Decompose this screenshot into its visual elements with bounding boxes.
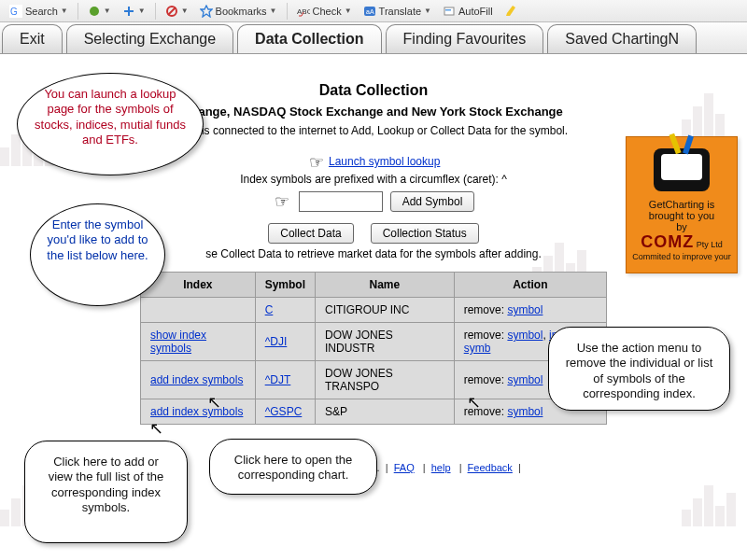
footer-feedback-link[interactable]: Feedback <box>468 462 513 473</box>
bubble-action: Use the action menu to remove the indivi… <box>548 327 730 411</box>
svg-text:G: G <box>10 7 18 17</box>
promo-brand-suffix: Pty Ltd <box>694 240 723 249</box>
launch-symbol-lookup-link[interactable]: Launch symbol lookup <box>329 155 440 168</box>
promo-line: by <box>630 221 733 232</box>
index-link[interactable]: add index symbols <box>150 405 243 418</box>
toolbar-check[interactable]: ABCCheck▼ <box>293 4 356 19</box>
index-link[interactable]: show index symbols <box>150 329 206 355</box>
tab-selecting-exchange[interactable]: Selecting Exchange <box>66 24 233 53</box>
toolbar-autofill[interactable]: AutoFill <box>439 4 497 19</box>
prefix-note: Index symbols are prefixed with a circum… <box>22 173 725 186</box>
promo-line: GetCharting is <box>630 199 733 210</box>
toolbar-share[interactable]: ▼ <box>84 4 115 19</box>
symbol-name: DOW JONES INDUSTR <box>316 323 455 361</box>
symbol-link[interactable]: ^DJT <box>265 373 291 386</box>
hand-icon: ☞ <box>275 191 289 212</box>
svg-text:ABC: ABC <box>297 7 310 16</box>
table-row: C CITIGROUP INC remove: symbol <box>141 298 607 323</box>
promo-line: brought to you <box>630 210 733 221</box>
google-icon: G <box>9 5 22 18</box>
toolbar-add[interactable]: ▼ <box>119 4 149 19</box>
promo-brand: COMZ <box>641 232 694 251</box>
toolbar-bookmarks-label: Bookmarks <box>216 6 267 17</box>
star-icon <box>200 5 213 18</box>
symbol-input[interactable] <box>299 191 383 212</box>
tab-exit[interactable]: Exit <box>2 24 63 53</box>
translate-icon: aA <box>363 5 376 18</box>
remove-symbol-link[interactable]: symbol <box>507 405 543 418</box>
remove-symbol-link[interactable]: symbol <box>507 329 543 342</box>
action-cell: remove: symbol <box>454 298 606 323</box>
table-row: show index symbols ^DJI DOW JONES INDUST… <box>141 323 607 361</box>
svg-rect-10 <box>445 9 451 11</box>
table-row: add index symbols ^GSPC S&P remove: symb… <box>141 399 607 425</box>
symbol-link[interactable]: ^GSPC <box>265 405 303 418</box>
col-action: Action <box>454 273 606 298</box>
svg-marker-5 <box>201 6 212 17</box>
footer-help-link[interactable]: help <box>431 462 451 473</box>
symbol-name: CITIGROUP INC <box>316 298 455 323</box>
symbol-name: DOW JONES TRANSPO <box>316 361 455 399</box>
svg-text:aA: aA <box>366 8 374 15</box>
highlighter-icon <box>504 5 517 18</box>
toolbar-search-label: Search <box>25 6 58 17</box>
collection-status-button[interactable]: Collection Status <box>371 223 479 244</box>
table-row: add index symbols ^DJT DOW JONES TRANSPO… <box>141 361 607 399</box>
svg-marker-11 <box>506 6 515 16</box>
share-icon <box>88 5 101 18</box>
toolbar-search[interactable]: G Search ▼ <box>6 4 72 19</box>
bubble-add-view: Click here to add or view the full list … <box>24 441 188 543</box>
index-link[interactable]: add index symbols <box>150 373 243 386</box>
plus-icon <box>122 5 135 18</box>
promo-tag: Commited to improve your <box>630 252 733 261</box>
svg-line-4 <box>168 7 176 15</box>
collect-data-button[interactable]: Collect Data <box>268 223 353 244</box>
tab-saved-charting[interactable]: Saved ChartingN <box>547 24 697 53</box>
block-icon <box>165 5 178 18</box>
tab-data-collection[interactable]: Data Collection <box>237 24 381 53</box>
bubble-lookup: You can launch a lookup page for the sym… <box>17 73 204 175</box>
col-symbol: Symbol <box>255 273 315 298</box>
autofill-icon <box>443 5 456 18</box>
tab-finding-favourites[interactable]: Finding Favourites <box>386 24 544 53</box>
promo-box: GetCharting is brought to you by COMZ Pt… <box>626 136 738 273</box>
toolbar-block[interactable]: ▼ <box>162 4 192 19</box>
toolbar-bookmarks[interactable]: Bookmarks▼ <box>196 4 281 19</box>
svg-point-2 <box>90 7 99 16</box>
bubble-chart: Click here to open the corresponding cha… <box>209 439 377 495</box>
bubble-enter: Enter the symbol you'd like to add to th… <box>30 203 165 306</box>
symbol-table: Index Symbol Name Action C CITIGROUP INC… <box>140 272 607 425</box>
toolbar-highlight[interactable] <box>500 4 521 19</box>
toolbar-autofill-label: AutoFill <box>458 6 493 17</box>
toolbar-translate[interactable]: aATranslate▼ <box>359 4 435 19</box>
promo-logo-icon <box>654 148 710 191</box>
check-icon: ABC <box>297 5 310 18</box>
symbol-link[interactable]: ^DJI <box>265 335 288 348</box>
remove-symbol-link[interactable]: symbol <box>507 373 543 386</box>
toolbar-translate-label: Translate <box>379 6 421 17</box>
toolbar-check-label: Check <box>313 6 342 17</box>
browser-toolbar: G Search ▼ ▼ ▼ ▼ Bookmarks▼ ABCCheck▼ aA… <box>0 0 747 22</box>
hand-icon: ☞ <box>309 152 324 173</box>
add-symbol-button[interactable]: Add Symbol <box>390 191 475 212</box>
tab-bar: Exit Selecting Exchange Data Collection … <box>0 22 747 54</box>
col-name: Name <box>316 273 455 298</box>
symbol-link[interactable]: C <box>265 303 274 316</box>
footer-faq-link[interactable]: FAQ <box>394 462 415 473</box>
symbol-name: S&P <box>316 399 455 425</box>
svg-rect-9 <box>444 7 454 15</box>
remove-symbol-link[interactable]: symbol <box>507 303 543 316</box>
